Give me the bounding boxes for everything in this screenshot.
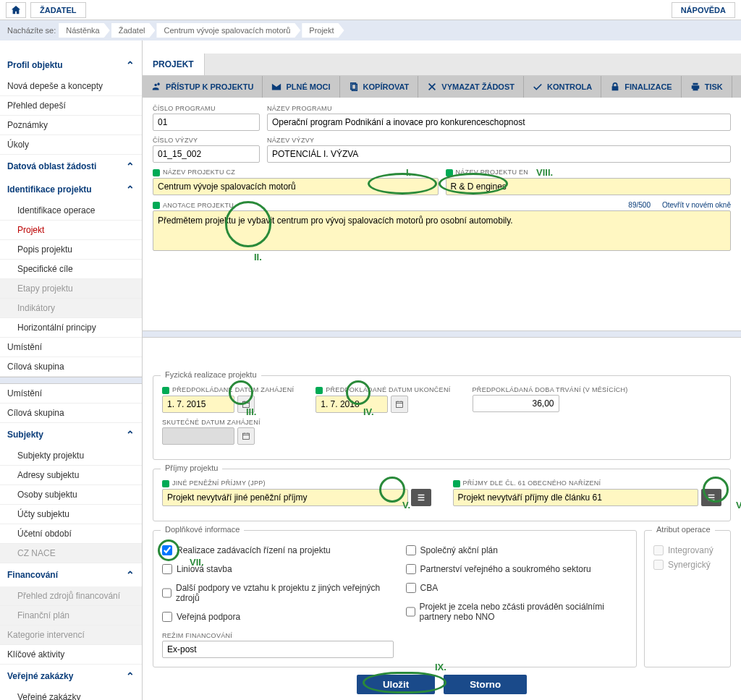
sidebar-item[interactable]: Přehled depeší <box>0 96 142 116</box>
sidebar-financ-header[interactable]: Financování⌃ <box>0 563 142 586</box>
users-icon <box>151 82 161 92</box>
napoveda-button[interactable]: NÁPOVĚDA <box>672 2 735 18</box>
legend-doplnkove: Doplňkové informace <box>161 525 244 534</box>
select-button[interactable] <box>701 489 721 506</box>
calendar-button[interactable] <box>237 396 255 413</box>
anotace-textarea[interactable] <box>153 210 731 251</box>
sidebar-item[interactable]: Finanční plán <box>0 606 142 626</box>
legend-prijmy: Příjmy projektu <box>161 464 222 472</box>
sidebar-item-projekt[interactable]: Projekt <box>0 221 142 240</box>
doba-input[interactable] <box>473 395 559 412</box>
breadcrumb-item[interactable]: Žadatel <box>111 23 156 38</box>
nazev-projektu-cz-input[interactable] <box>153 178 439 195</box>
sidebar-item[interactable]: CZ NACE <box>0 544 142 563</box>
rezim-input[interactable] <box>162 641 394 658</box>
ulozit-button[interactable]: Uložit <box>357 675 435 694</box>
check-icon <box>533 82 543 92</box>
lock-icon <box>610 82 620 92</box>
calendar-button[interactable] <box>391 396 408 413</box>
jpp-input[interactable] <box>162 489 408 506</box>
chevron-up-icon: ⌃ <box>126 184 135 195</box>
label-doba: PŘEDPOKLÁDANÁ DOBA TRVÁNÍ (V MĚSÍCÍCH) <box>473 386 628 393</box>
chk-synergicky <box>653 560 664 570</box>
sidebar-item[interactable]: Popis projektu <box>0 240 142 260</box>
calendar-button[interactable] <box>237 427 255 445</box>
select-button[interactable] <box>411 489 431 506</box>
sidebar-item[interactable]: Indikátory <box>0 299 142 318</box>
chk-label: Projekt je zcela nebo zčásti prováděn so… <box>420 602 628 622</box>
storno-button[interactable]: Storno <box>444 675 527 694</box>
sidebar-profil-header[interactable]: Profil objektu⌃ <box>0 54 142 77</box>
tool-plnemoci[interactable]: PLNÉ MOCI <box>263 76 339 98</box>
tab-projekt[interactable]: PROJEKT <box>143 54 205 75</box>
tool-finalizace[interactable]: FINALIZACE <box>601 76 681 98</box>
chk-verejna[interactable] <box>162 612 172 622</box>
tool-vymazat[interactable]: VYMAZAT ŽÁDOST <box>418 76 524 98</box>
chk-socialni[interactable] <box>406 607 415 617</box>
label-cl61: PŘÍJMY DLE ČL. 61 OBECNÉHO NAŘÍZENÍ <box>453 479 722 487</box>
chk-realizace[interactable] <box>162 545 172 555</box>
sidebar-verejne-header[interactable]: Veřejné zakázky⌃ <box>0 665 142 688</box>
home-button[interactable] <box>6 2 26 18</box>
nazev-programu-input[interactable] <box>267 114 731 131</box>
sidebar-item[interactable]: Osoby subjektu <box>0 485 142 505</box>
sidebar-item[interactable]: Umístění <box>0 338 142 357</box>
chk-partnerstvi[interactable] <box>406 564 416 574</box>
sidebar-item[interactable]: Kategorie intervencí <box>0 626 142 645</box>
sidebar-item[interactable]: Veřejné zakázky <box>0 688 142 700</box>
cl61-input[interactable] <box>453 489 699 506</box>
legend-atribut: Atribut operace <box>652 525 715 534</box>
sidebar-item[interactable]: Klíčové aktivity <box>0 645 142 665</box>
sidebar-item[interactable]: Nová depeše a koncepty <box>0 77 142 96</box>
sidebar-item[interactable]: Účty subjektu <box>0 505 142 524</box>
datum-ukonceni-input[interactable] <box>316 396 388 413</box>
chk-label: Partnerství veřejného a soukromého sekto… <box>420 564 591 574</box>
zadatel-button[interactable]: ŽADATEL <box>30 2 86 18</box>
datum-zahajeni-input[interactable] <box>162 396 234 413</box>
chk-integrovany <box>653 545 664 555</box>
sidebar-item[interactable]: Cílová skupina <box>0 404 142 423</box>
nazev-projektu-en-input[interactable] <box>446 178 732 195</box>
sidebar-subjekty-header[interactable]: Subjekty⌃ <box>0 423 142 446</box>
calendar-icon <box>242 400 250 409</box>
chk-spolecny[interactable] <box>406 545 416 555</box>
sidebar-datova-header[interactable]: Datová oblast žádosti⌃ <box>0 155 142 178</box>
sidebar-item[interactable]: Horizontální principy <box>0 318 142 338</box>
sidebar-item[interactable]: Specifické cíle <box>0 260 142 279</box>
sidebar-item[interactable]: Cílová skupina <box>0 357 142 377</box>
sidebar-item[interactable]: Umístění <box>0 384 142 404</box>
home-icon <box>11 5 21 15</box>
print-icon <box>690 82 700 92</box>
label-anotace: ANOTACE PROJEKTU <box>153 202 731 210</box>
breadcrumb-item[interactable]: Nástěnka <box>59 23 109 38</box>
sidebar: Profil objektu⌃ Nová depeše a koncepty P… <box>0 40 143 700</box>
cislo-vyzvy-input[interactable] <box>153 145 260 163</box>
list-icon <box>416 492 426 503</box>
calendar-icon <box>242 432 250 440</box>
sidebar-item[interactable]: Úkoly <box>0 135 142 155</box>
chk-liniova[interactable] <box>162 564 172 574</box>
section-divider <box>143 330 741 338</box>
breadcrumb-item[interactable]: Centrum vývoje spalovacích motorů <box>156 23 300 38</box>
tool-kontrola[interactable]: KONTROLA <box>524 76 601 98</box>
sidebar-item[interactable]: Identifikace operace <box>0 201 142 221</box>
chk-cba[interactable] <box>406 583 416 593</box>
nazev-vyzvy-input[interactable] <box>267 145 731 163</box>
tool-kopirovat[interactable]: KOPÍROVAT <box>340 76 419 98</box>
sidebar-ident-header[interactable]: Identifikace projektu⌃ <box>0 178 142 201</box>
sidebar-item[interactable]: Přehled zdrojů financování <box>0 586 142 606</box>
sidebar-item[interactable]: Subjekty projektu <box>0 446 142 466</box>
sidebar-item[interactable]: Účetní období <box>0 524 142 544</box>
breadcrumb-item[interactable]: Projekt <box>302 23 344 38</box>
chk-dalsi[interactable] <box>162 588 172 598</box>
sidebar-item[interactable]: Etapy projektu <box>0 279 142 299</box>
skutecne-input[interactable] <box>162 427 234 445</box>
chk-label: Realizace zadávacích řízení na projektu <box>177 545 331 555</box>
chk-label: Liniová stavba <box>177 564 232 574</box>
tool-pristup[interactable]: PŘÍSTUP K PROJEKTU <box>143 76 263 98</box>
sidebar-item[interactable]: Adresy subjektu <box>0 466 142 485</box>
section-divider <box>0 377 142 384</box>
tool-tisk[interactable]: TISK <box>682 76 732 98</box>
sidebar-item[interactable]: Poznámky <box>0 116 142 135</box>
cislo-programu-input[interactable] <box>153 114 260 131</box>
